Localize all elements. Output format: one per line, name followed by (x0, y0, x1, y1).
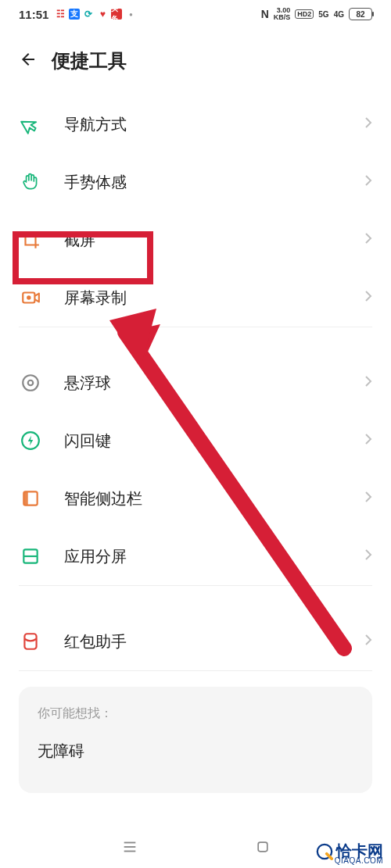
suggestion-hint: 你可能想找： (38, 705, 353, 722)
app-icon-1: ☷ (55, 9, 66, 20)
watermark-domain: QIAQA.COM (335, 856, 383, 865)
item-screen-record[interactable]: 屏幕录制 (19, 269, 372, 327)
item-label: 智能侧边栏 (64, 488, 364, 509)
settings-list: 导航方式 手势体感 截屏 屏幕录制 悬浮球 (0, 95, 391, 671)
chevron-right-icon (364, 375, 372, 391)
crop-icon (19, 228, 42, 252)
battery-icon: 82 (349, 8, 372, 20)
item-label: 截屏 (64, 230, 364, 251)
divider (19, 670, 372, 671)
item-floating-ball[interactable]: 悬浮球 (19, 354, 372, 412)
chevron-right-icon (364, 174, 372, 190)
net-speed: 3.00 KB/S (274, 7, 291, 21)
chevron-right-icon (364, 491, 372, 506)
watermark: 恰卡网 QIAQA.COM (313, 839, 386, 863)
status-left: 11:51 ☷ 支 ⟳ ♥ 头条 ● (19, 8, 136, 21)
sidebar-icon (19, 487, 42, 510)
app-icon-3: ⟳ (83, 9, 94, 20)
hand-icon (19, 170, 42, 194)
chevron-right-icon (364, 232, 372, 248)
app-icon-2: 支 (69, 9, 80, 20)
svg-point-3 (28, 380, 34, 386)
watermark-logo-icon (316, 843, 333, 860)
svg-point-2 (23, 375, 38, 391)
status-right: N 3.00 KB/S HD2 5G 4G 82 (261, 7, 372, 21)
app-icon-5: 头条 (111, 9, 122, 20)
flash-icon (19, 429, 42, 452)
item-gesture[interactable]: 手势体感 (19, 153, 372, 211)
chevron-right-icon (364, 290, 372, 305)
item-flashback[interactable]: 闪回键 (19, 412, 372, 470)
item-navigation[interactable]: 导航方式 (19, 95, 372, 153)
item-label: 应用分屏 (64, 546, 364, 567)
split-icon (19, 545, 42, 568)
item-label: 闪回键 (64, 430, 364, 452)
nfc-icon: N (261, 8, 269, 20)
record-icon (19, 286, 42, 309)
item-label: 红包助手 (64, 631, 364, 652)
svg-point-1 (27, 295, 30, 299)
chevron-right-icon (364, 116, 372, 132)
status-app-icons: ☷ 支 ⟳ ♥ 头条 ● (55, 9, 136, 20)
page-title: 便捷工具 (52, 48, 127, 73)
item-label: 手势体感 (64, 172, 364, 193)
chevron-right-icon (364, 634, 372, 649)
app-icon-more: ● (125, 9, 136, 20)
suggestion-box[interactable]: 你可能想找： 无障碍 (19, 687, 372, 793)
back-button[interactable] (19, 50, 38, 72)
item-label: 导航方式 (64, 114, 364, 135)
item-screenshot[interactable]: 截屏 (19, 211, 372, 269)
item-redpacket[interactable]: 红包助手 (19, 613, 372, 670)
arrow-left-icon (19, 50, 38, 69)
app-icon-4: ♥ (97, 9, 108, 20)
hd-badge: HD2 (295, 9, 314, 19)
item-label: 悬浮球 (64, 373, 364, 394)
section-gap (19, 327, 372, 354)
chevron-right-icon (364, 548, 372, 564)
signal-5g: 5G (318, 10, 328, 19)
title-bar: 便捷工具 (0, 28, 391, 95)
nav-recent-button[interactable] (121, 838, 138, 859)
item-smart-sidebar[interactable]: 智能侧边栏 (19, 470, 372, 527)
svg-rect-16 (258, 842, 267, 852)
section-gap (19, 586, 372, 613)
cursor-icon (19, 113, 42, 136)
status-time: 11:51 (19, 8, 48, 21)
chevron-right-icon (364, 433, 372, 448)
status-bar: 11:51 ☷ 支 ⟳ ♥ 头条 ● N 3.00 KB/S HD2 5G 4G… (0, 0, 391, 28)
item-label: 屏幕录制 (64, 288, 364, 309)
redpacket-icon (19, 630, 42, 653)
svg-rect-6 (23, 491, 27, 505)
nav-home-button[interactable] (255, 839, 271, 858)
item-split-screen[interactable]: 应用分屏 (19, 527, 372, 585)
signal-4g: 4G (334, 10, 344, 19)
suggestion-term: 无障碍 (38, 741, 353, 762)
circle-dot-icon (19, 371, 42, 395)
